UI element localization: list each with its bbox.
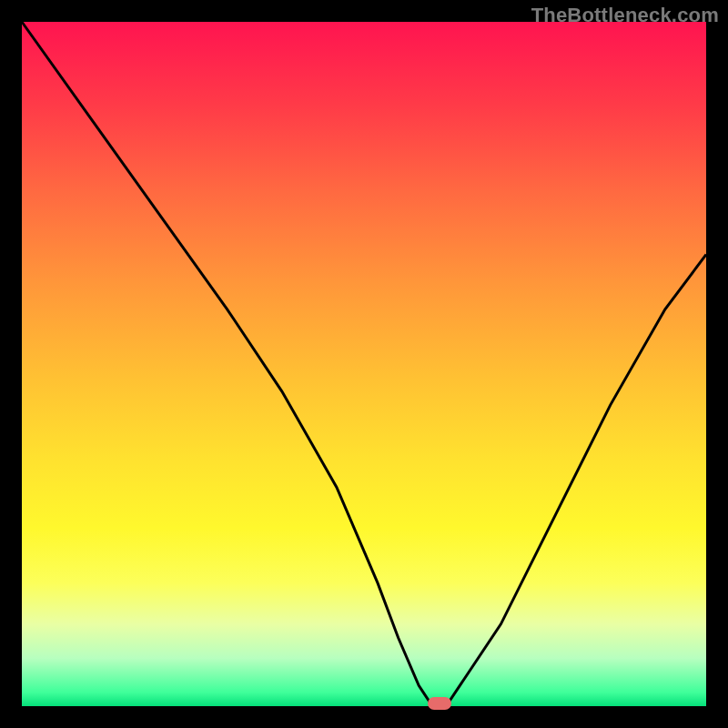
plot-area [22, 22, 706, 706]
chart-frame: TheBottleneck.com [0, 0, 728, 728]
curve-path [22, 22, 706, 706]
watermark-text: TheBottleneck.com [531, 4, 719, 27]
bottleneck-curve [22, 22, 706, 706]
optimal-point-marker [428, 697, 451, 710]
